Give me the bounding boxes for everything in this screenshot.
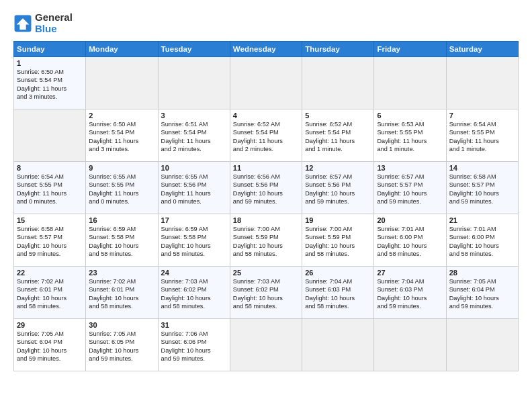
- table-row: 5Sunrise: 6:52 AMSunset: 5:54 PMDaylight…: [302, 109, 374, 162]
- table-row: 3Sunrise: 6:51 AMSunset: 5:54 PMDaylight…: [158, 109, 230, 162]
- day-number: 15: [17, 216, 83, 224]
- day-number: 21: [449, 216, 515, 224]
- day-number: 26: [305, 269, 371, 277]
- day-info: Sunrise: 6:55 AMSunset: 5:56 PMDaylight:…: [161, 173, 227, 206]
- day-info: Sunrise: 7:04 AMSunset: 6:03 PMDaylight:…: [305, 277, 371, 311]
- table-row: 4Sunrise: 6:52 AMSunset: 5:54 PMDaylight…: [230, 109, 302, 162]
- table-row: [446, 57, 518, 109]
- table-row: 1Sunrise: 6:50 AMSunset: 5:54 PMDaylight…: [14, 57, 86, 109]
- table-row: 16Sunrise: 6:59 AMSunset: 5:58 PMDayligh…: [86, 214, 158, 267]
- table-row: [14, 109, 86, 162]
- day-info: Sunrise: 6:59 AMSunset: 5:58 PMDaylight:…: [89, 225, 154, 259]
- day-number: 27: [377, 269, 443, 277]
- day-number: 29: [17, 321, 83, 329]
- day-info: Sunrise: 6:58 AMSunset: 5:57 PMDaylight:…: [449, 173, 515, 206]
- table-row: 15Sunrise: 6:58 AMSunset: 5:57 PMDayligh…: [14, 214, 86, 267]
- table-row: [230, 319, 302, 371]
- day-number: 14: [449, 164, 515, 172]
- table-row: 22Sunrise: 7:02 AMSunset: 6:01 PMDayligh…: [14, 267, 86, 319]
- page-header: General Blue: [13, 12, 519, 34]
- table-row: 24Sunrise: 7:03 AMSunset: 6:02 PMDayligh…: [158, 267, 230, 319]
- day-info: Sunrise: 6:59 AMSunset: 5:58 PMDaylight:…: [161, 225, 227, 259]
- day-number: 18: [233, 216, 299, 224]
- day-info: Sunrise: 7:02 AMSunset: 6:01 PMDaylight:…: [17, 277, 83, 311]
- table-row: [374, 319, 446, 371]
- day-info: Sunrise: 7:05 AMSunset: 6:04 PMDaylight:…: [17, 330, 83, 363]
- day-number: 11: [233, 164, 299, 172]
- day-info: Sunrise: 6:56 AMSunset: 5:56 PMDaylight:…: [233, 173, 299, 206]
- table-row: [158, 57, 230, 109]
- table-row: 30Sunrise: 7:05 AMSunset: 6:05 PMDayligh…: [86, 319, 158, 371]
- table-row: 31Sunrise: 7:06 AMSunset: 6:06 PMDayligh…: [158, 319, 230, 371]
- calendar-week-3: 15Sunrise: 6:58 AMSunset: 5:57 PMDayligh…: [14, 214, 519, 267]
- table-row: 13Sunrise: 6:57 AMSunset: 5:57 PMDayligh…: [374, 162, 446, 214]
- logo-text-line1: General: [35, 12, 73, 24]
- day-number: 13: [377, 164, 443, 172]
- calendar-week-5: 29Sunrise: 7:05 AMSunset: 6:04 PMDayligh…: [14, 319, 519, 371]
- day-info: Sunrise: 7:06 AMSunset: 6:06 PMDaylight:…: [161, 330, 227, 363]
- table-row: 12Sunrise: 6:57 AMSunset: 5:56 PMDayligh…: [302, 162, 374, 214]
- table-row: [302, 57, 374, 109]
- col-header-friday: Friday: [374, 42, 446, 57]
- table-row: 18Sunrise: 7:00 AMSunset: 5:59 PMDayligh…: [230, 214, 302, 267]
- day-info: Sunrise: 6:52 AMSunset: 5:54 PMDaylight:…: [305, 120, 371, 154]
- day-info: Sunrise: 7:00 AMSunset: 5:59 PMDaylight:…: [233, 225, 299, 259]
- table-row: 20Sunrise: 7:01 AMSunset: 6:00 PMDayligh…: [374, 214, 446, 267]
- table-row: 29Sunrise: 7:05 AMSunset: 6:04 PMDayligh…: [14, 319, 86, 371]
- table-row: 25Sunrise: 7:03 AMSunset: 6:02 PMDayligh…: [230, 267, 302, 319]
- day-number: 9: [89, 164, 154, 172]
- logo-icon: [13, 14, 32, 33]
- day-number: 22: [17, 269, 83, 277]
- calendar-table: SundayMondayTuesdayWednesdayThursdayFrid…: [13, 41, 519, 371]
- calendar-week-4: 22Sunrise: 7:02 AMSunset: 6:01 PMDayligh…: [14, 267, 519, 319]
- day-number: 7: [449, 111, 515, 120]
- day-number: 28: [449, 269, 515, 277]
- day-number: 4: [233, 111, 299, 120]
- col-header-thursday: Thursday: [302, 42, 374, 57]
- day-number: 16: [89, 216, 154, 224]
- day-info: Sunrise: 6:53 AMSunset: 5:55 PMDaylight:…: [377, 120, 443, 154]
- day-info: Sunrise: 7:05 AMSunset: 6:04 PMDaylight:…: [449, 277, 515, 311]
- day-number: 25: [233, 269, 299, 277]
- table-row: 14Sunrise: 6:58 AMSunset: 5:57 PMDayligh…: [446, 162, 518, 214]
- header-row: SundayMondayTuesdayWednesdayThursdayFrid…: [14, 42, 519, 57]
- logo-text-line2: Blue: [35, 24, 73, 35]
- day-number: 8: [17, 164, 83, 172]
- day-number: 24: [161, 269, 227, 277]
- day-info: Sunrise: 6:57 AMSunset: 5:56 PMDaylight:…: [305, 173, 371, 206]
- table-row: 9Sunrise: 6:55 AMSunset: 5:55 PMDaylight…: [86, 162, 158, 214]
- table-row: 28Sunrise: 7:05 AMSunset: 6:04 PMDayligh…: [446, 267, 518, 319]
- day-info: Sunrise: 6:55 AMSunset: 5:55 PMDaylight:…: [89, 173, 154, 206]
- table-row: 8Sunrise: 6:54 AMSunset: 5:55 PMDaylight…: [14, 162, 86, 214]
- day-info: Sunrise: 6:54 AMSunset: 5:55 PMDaylight:…: [17, 173, 83, 206]
- day-info: Sunrise: 7:05 AMSunset: 6:05 PMDaylight:…: [89, 330, 154, 363]
- day-number: 30: [89, 321, 154, 329]
- table-row: 23Sunrise: 7:02 AMSunset: 6:01 PMDayligh…: [86, 267, 158, 319]
- logo: General Blue: [13, 12, 73, 34]
- table-row: 11Sunrise: 6:56 AMSunset: 5:56 PMDayligh…: [230, 162, 302, 214]
- day-info: Sunrise: 6:51 AMSunset: 5:54 PMDaylight:…: [161, 120, 227, 154]
- day-number: 1: [17, 59, 83, 67]
- day-info: Sunrise: 7:00 AMSunset: 5:59 PMDaylight:…: [305, 225, 371, 259]
- calendar-week-2: 8Sunrise: 6:54 AMSunset: 5:55 PMDaylight…: [14, 162, 519, 214]
- day-number: 6: [377, 111, 443, 120]
- table-row: 10Sunrise: 6:55 AMSunset: 5:56 PMDayligh…: [158, 162, 230, 214]
- day-number: 2: [89, 111, 154, 120]
- col-header-wednesday: Wednesday: [230, 42, 302, 57]
- day-number: 19: [305, 216, 371, 224]
- day-info: Sunrise: 6:50 AMSunset: 5:54 PMDaylight:…: [89, 120, 154, 154]
- table-row: 17Sunrise: 6:59 AMSunset: 5:58 PMDayligh…: [158, 214, 230, 267]
- calendar-week-1: 2Sunrise: 6:50 AMSunset: 5:54 PMDaylight…: [14, 109, 519, 162]
- table-row: 2Sunrise: 6:50 AMSunset: 5:54 PMDaylight…: [86, 109, 158, 162]
- day-info: Sunrise: 7:03 AMSunset: 6:02 PMDaylight:…: [161, 277, 227, 311]
- table-row: [86, 57, 158, 109]
- day-number: 12: [305, 164, 371, 172]
- day-number: 5: [305, 111, 371, 120]
- col-header-tuesday: Tuesday: [158, 42, 230, 57]
- day-info: Sunrise: 6:52 AMSunset: 5:54 PMDaylight:…: [233, 120, 299, 154]
- table-row: 6Sunrise: 6:53 AMSunset: 5:55 PMDaylight…: [374, 109, 446, 162]
- table-row: [230, 57, 302, 109]
- table-row: 7Sunrise: 6:54 AMSunset: 5:55 PMDaylight…: [446, 109, 518, 162]
- day-info: Sunrise: 6:54 AMSunset: 5:55 PMDaylight:…: [449, 120, 515, 154]
- day-number: 20: [377, 216, 443, 224]
